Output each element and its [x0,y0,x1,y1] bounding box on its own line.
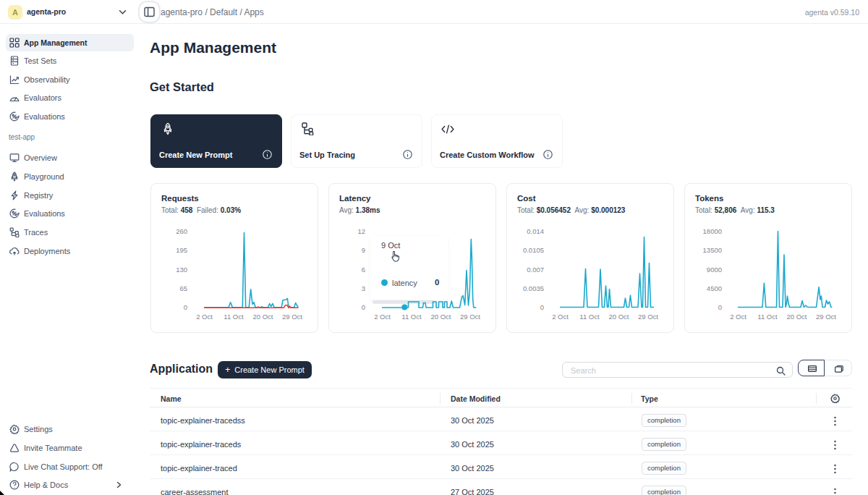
svg-text:3: 3 [362,284,365,292]
svg-text:2 Oct: 2 Oct [552,313,569,321]
svg-text:0.0105: 0.0105 [523,246,544,254]
svg-text:20 Oct: 20 Oct [609,313,629,321]
svg-text:11 Oct: 11 Oct [579,313,600,321]
svg-text:13500: 13500 [703,246,722,254]
svg-text:2 Oct: 2 Oct [374,313,391,321]
svg-text:20 Oct: 20 Oct [431,313,451,321]
svg-text:130: 130 [176,266,187,274]
svg-text:11 Oct: 11 Oct [224,313,244,321]
svg-text:11 Oct: 11 Oct [757,313,778,321]
svg-text:0: 0 [540,303,544,311]
svg-text:2 Oct: 2 Oct [730,313,746,321]
svg-text:18000: 18000 [703,227,722,235]
svg-text:0.014: 0.014 [527,227,544,235]
svg-text:20 Oct: 20 Oct [253,313,273,321]
svg-text:65: 65 [179,284,187,292]
svg-text:11 Oct: 11 Oct [401,313,422,321]
svg-text:9: 9 [362,246,365,254]
svg-text:29 Oct: 29 Oct [816,313,836,321]
svg-text:29 Oct: 29 Oct [282,313,302,321]
svg-text:0.0035: 0.0035 [523,284,544,292]
svg-text:9000: 9000 [707,266,722,274]
svg-text:20 Oct: 20 Oct [787,313,807,321]
svg-text:4500: 4500 [707,284,722,292]
svg-text:0: 0 [718,303,722,311]
svg-text:2 Oct: 2 Oct [196,313,213,321]
svg-text:29 Oct: 29 Oct [638,313,658,321]
svg-text:6: 6 [362,266,365,274]
svg-text:12: 12 [357,227,365,235]
svg-text:0: 0 [362,303,365,311]
svg-text:0: 0 [184,303,187,311]
svg-text:195: 195 [176,246,187,254]
svg-text:29 Oct: 29 Oct [460,313,480,321]
svg-text:260: 260 [176,227,187,235]
svg-text:0.007: 0.007 [527,266,544,274]
